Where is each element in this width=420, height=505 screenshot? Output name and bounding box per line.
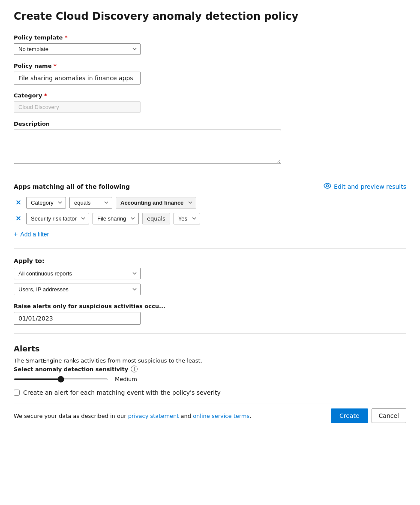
add-filter-label: Add a filter <box>20 231 49 238</box>
description-label: Description <box>14 121 406 127</box>
policy-name-section: Policy name * <box>14 63 406 85</box>
filter-2-equals-label: equals <box>142 213 170 224</box>
policy-template-section: Policy template * No template Anomalous … <box>14 34 406 55</box>
raise-alerts-section: Raise alerts only for suspicious activit… <box>14 303 406 325</box>
apps-matching-title: Apps matching all of the following <box>14 183 130 190</box>
online-service-terms-link[interactable]: online service terms <box>193 413 249 419</box>
description-section: Description <box>14 121 406 165</box>
page-title: Create Cloud Discovery anomaly detection… <box>14 10 406 22</box>
eye-icon <box>324 183 331 190</box>
section-divider-2 <box>14 248 406 249</box>
remove-filter-2-button[interactable]: ✕ <box>14 215 23 223</box>
apply-to-reports-select[interactable]: All continuous reports Selected reports <box>14 268 141 279</box>
filter-2-value-select[interactable]: Yes No <box>174 213 200 224</box>
filter-2-subfield-select[interactable]: File sharing <box>93 213 139 224</box>
alert-checkbox-row: Create an alert for each matching event … <box>14 389 406 396</box>
add-filter-row: + Add a filter <box>14 229 406 240</box>
category-select[interactable]: Cloud Discovery <box>14 101 141 113</box>
svg-point-0 <box>327 185 329 187</box>
section-divider <box>14 174 406 174</box>
slider-value-label: Medium <box>115 376 137 382</box>
footer-row: We secure your data as described in our … <box>14 403 406 423</box>
alert-severity-label: Create an alert for each matching event … <box>23 389 221 396</box>
remove-filter-1-button[interactable]: ✕ <box>14 199 23 207</box>
apply-to-users-select[interactable]: Users, IP addresses Users only IP addres… <box>14 284 141 295</box>
category-label: Category * <box>14 92 406 99</box>
apply-to-section: Apply to: All continuous reports Selecte… <box>14 257 406 295</box>
policy-name-label: Policy name * <box>14 63 406 69</box>
policy-name-input[interactable] <box>14 72 141 85</box>
policy-template-select[interactable]: No template Anomalous new cloud user Inc… <box>14 43 141 55</box>
filter-1-value-select[interactable]: Accounting and finance Cloud storage Col… <box>116 197 196 209</box>
smartengine-text: The SmartEngine ranks activities from mo… <box>14 357 406 364</box>
close-icon: ✕ <box>15 199 21 206</box>
apps-matching-header: Apps matching all of the following Edit … <box>14 183 406 190</box>
alert-severity-checkbox[interactable] <box>14 390 20 396</box>
raise-alerts-label: Raise alerts only for suspicious activit… <box>14 303 406 309</box>
footer-privacy-text: We secure your data as described in our … <box>14 413 251 419</box>
privacy-statement-link[interactable]: privacy statement <box>128 413 179 419</box>
raise-alerts-date-input[interactable] <box>14 312 141 325</box>
alerts-title: Alerts <box>14 344 406 353</box>
policy-template-label: Policy template * <box>14 34 406 41</box>
filter-2-field-select[interactable]: Security risk factor <box>26 213 89 224</box>
add-filter-button[interactable]: + Add a filter <box>14 229 49 240</box>
edit-preview-link[interactable]: Edit and preview results <box>324 183 406 190</box>
filter-row-2: ✕ Security risk factor File sharing equa… <box>14 213 406 224</box>
alerts-section: Alerts The SmartEngine ranks activities … <box>14 344 406 396</box>
category-section: Category * Cloud Discovery <box>14 92 406 113</box>
section-divider-3 <box>14 333 406 334</box>
close-icon: ✕ <box>15 215 21 222</box>
edit-preview-label: Edit and preview results <box>334 183 406 190</box>
filter-row-1: ✕ Category equals not equals Accounting … <box>14 197 406 209</box>
sensitivity-slider[interactable] <box>14 378 108 380</box>
plus-icon: + <box>14 230 18 238</box>
sensitivity-label: Select anomaly detection sensitivity i <box>14 366 406 372</box>
slider-row: Medium <box>14 376 406 382</box>
apply-to-label: Apply to: <box>14 257 406 264</box>
create-button[interactable]: Create <box>331 408 368 423</box>
footer-buttons: Create Cancel <box>331 408 406 423</box>
info-icon: i <box>131 366 138 372</box>
filter-1-operator-select[interactable]: equals not equals <box>69 197 112 209</box>
cancel-button[interactable]: Cancel <box>372 408 406 423</box>
filter-1-field-select[interactable]: Category <box>26 197 66 209</box>
description-textarea[interactable] <box>14 130 281 164</box>
